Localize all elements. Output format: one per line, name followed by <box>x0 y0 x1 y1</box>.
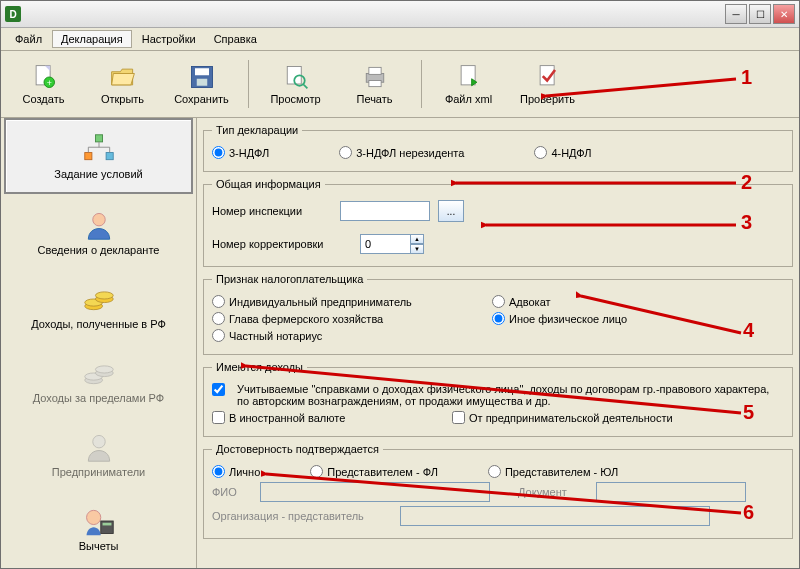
radio-4ndfl[interactable]: 4-НДФЛ <box>534 146 591 159</box>
check-business[interactable]: От предпринимательской деятельности <box>452 411 673 424</box>
save-icon <box>188 63 216 91</box>
radio-ip[interactable]: Индивидуальный предприниматель <box>212 295 452 308</box>
sidebar-declarant-label: Сведения о декларанте <box>38 244 160 256</box>
svg-point-31 <box>92 435 104 447</box>
check-income-cert[interactable] <box>212 383 225 396</box>
svg-point-30 <box>95 365 113 372</box>
app-window: D ─ ☐ ✕ Файл Декларация Настройки Справк… <box>0 0 800 569</box>
sidebar-income-rf-label: Доходы, полученные в РФ <box>31 318 166 330</box>
radio-rep-ul[interactable]: Представителем - ЮЛ <box>488 465 618 478</box>
legend-taxpayer: Признак налогоплательщика <box>212 273 367 285</box>
sidebar-deductions[interactable]: Вычеты <box>6 492 191 564</box>
svg-point-22 <box>92 213 104 225</box>
svg-rect-17 <box>106 152 113 159</box>
svg-point-26 <box>95 291 113 298</box>
tb-open[interactable]: Открыть <box>84 55 161 113</box>
person-icon <box>81 209 117 241</box>
sidebar-income-abroad-label: Доходы за пределами РФ <box>33 392 164 404</box>
button-inspection-lookup[interactable]: ... <box>438 200 464 222</box>
group-decl-type: Тип декларации 3-НДФЛ 3-НДФЛ нерезидента… <box>203 124 793 172</box>
svg-rect-11 <box>368 67 380 74</box>
group-income: Имеются доходы Учитываемые "справками о … <box>203 361 793 437</box>
tb-open-label: Открыть <box>101 93 144 105</box>
radio-farmer[interactable]: Глава фермерского хозяйства <box>212 312 452 325</box>
tb-create[interactable]: + Создать <box>5 55 82 113</box>
menu-help[interactable]: Справка <box>206 31 265 47</box>
svg-rect-12 <box>368 81 380 87</box>
xml-file-icon <box>455 63 483 91</box>
radio-3ndfl[interactable]: 3-НДФЛ <box>212 146 269 159</box>
sidebar-entrepreneurs[interactable]: Предприниматели <box>6 418 191 490</box>
radio-notary[interactable]: Частный нотариус <box>212 329 322 342</box>
sidebar-income-rf[interactable]: Доходы, полученные в РФ <box>6 270 191 342</box>
maximize-button[interactable]: ☐ <box>749 4 771 24</box>
check-foreign-currency[interactable]: В иностранной валюте <box>212 411 412 424</box>
new-doc-icon: + <box>30 63 58 91</box>
spin-down[interactable]: ▼ <box>410 244 424 254</box>
svg-line-9 <box>303 84 307 88</box>
input-fio <box>260 482 490 502</box>
coins-gray-icon <box>81 357 117 389</box>
close-button[interactable]: ✕ <box>773 4 795 24</box>
coins-icon <box>81 283 117 315</box>
input-org <box>400 506 710 526</box>
folder-open-icon <box>109 63 137 91</box>
check-icon <box>534 63 562 91</box>
legend-authenticity: Достоверность подтверждается <box>212 443 383 455</box>
tb-xml[interactable]: Файл xml <box>430 55 507 113</box>
tb-save[interactable]: Сохранить <box>163 55 240 113</box>
group-authenticity: Достоверность подтверждается Лично Предс… <box>203 443 793 539</box>
svg-rect-34 <box>102 522 111 525</box>
spin-up[interactable]: ▲ <box>410 234 424 244</box>
app-icon: D <box>5 6 21 22</box>
radio-other-person[interactable]: Иное физическое лицо <box>492 312 627 325</box>
legend-general: Общая информация <box>212 178 325 190</box>
tb-create-label: Создать <box>23 93 65 105</box>
sidebar-entrepreneurs-label: Предприниматели <box>52 466 145 478</box>
label-income-cert: Учитываемые "справками о доходах физичес… <box>237 383 784 407</box>
tb-preview[interactable]: Просмотр <box>257 55 334 113</box>
sidebar: Задание условий Сведения о декларанте До… <box>1 118 197 569</box>
radio-rep-fl[interactable]: Представителем - ФЛ <box>310 465 438 478</box>
label-org: Организация - представитель <box>212 510 392 522</box>
content: Задание условий Сведения о декларанте До… <box>1 118 799 569</box>
sidebar-conditions[interactable]: Задание условий <box>4 118 193 194</box>
input-document <box>596 482 746 502</box>
menu-file[interactable]: Файл <box>7 31 50 47</box>
preview-icon <box>282 63 310 91</box>
toolbar-separator <box>421 60 422 108</box>
tb-xml-label: Файл xml <box>445 93 492 105</box>
print-icon <box>361 63 389 91</box>
label-inspection: Номер инспекции <box>212 205 332 217</box>
menu-settings[interactable]: Настройки <box>134 31 204 47</box>
radio-personally[interactable]: Лично <box>212 465 260 478</box>
deductions-icon <box>81 505 117 537</box>
menu-declaration[interactable]: Декларация <box>52 30 132 48</box>
group-general: Общая информация Номер инспекции ... Ном… <box>203 178 793 267</box>
titlebar: D ─ ☐ ✕ <box>1 1 799 28</box>
label-correction: Номер корректировки <box>212 238 332 250</box>
radio-3ndfl-nonres[interactable]: 3-НДФЛ нерезидента <box>339 146 464 159</box>
svg-text:+: + <box>46 78 51 88</box>
svg-point-32 <box>86 510 100 524</box>
sidebar-conditions-label: Задание условий <box>54 168 142 180</box>
radio-lawyer[interactable]: Адвокат <box>492 295 551 308</box>
entrepreneur-icon <box>81 431 117 463</box>
minimize-button[interactable]: ─ <box>725 4 747 24</box>
tb-save-label: Сохранить <box>174 93 229 105</box>
svg-rect-5 <box>195 68 209 75</box>
tb-check-label: Проверить <box>520 93 575 105</box>
sidebar-income-abroad[interactable]: Доходы за пределами РФ <box>6 344 191 416</box>
tb-check[interactable]: Проверить <box>509 55 586 113</box>
legend-decl-type: Тип декларации <box>212 124 302 136</box>
toolbar: + Создать Открыть Сохранить Просмотр Печ… <box>1 51 799 118</box>
conditions-icon <box>81 133 117 165</box>
input-inspection[interactable] <box>340 201 430 221</box>
legend-income: Имеются доходы <box>212 361 307 373</box>
tb-print[interactable]: Печать <box>336 55 413 113</box>
tb-print-label: Печать <box>356 93 392 105</box>
label-fio: ФИО <box>212 486 252 498</box>
svg-rect-15 <box>95 134 102 141</box>
sidebar-deductions-label: Вычеты <box>79 540 119 552</box>
sidebar-declarant[interactable]: Сведения о декларанте <box>6 196 191 268</box>
